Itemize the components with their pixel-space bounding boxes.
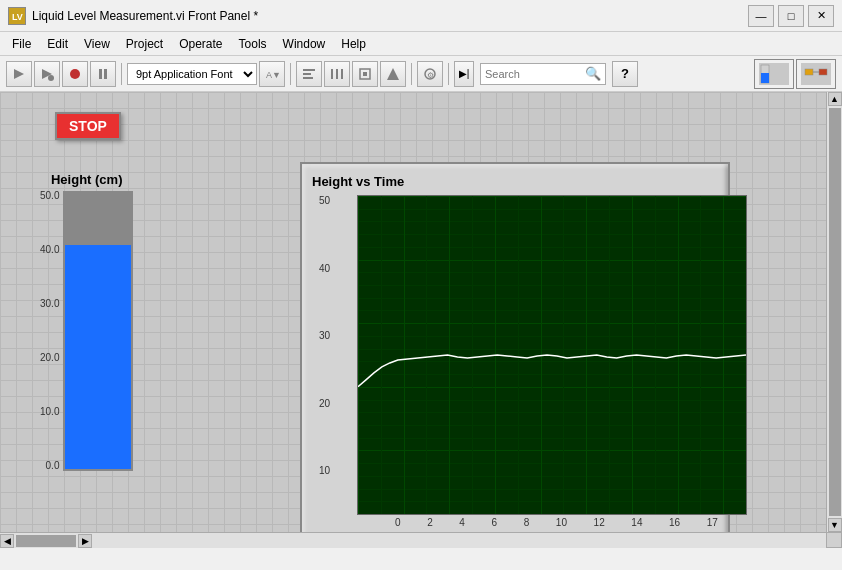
y-tick-20: 20 [319, 398, 330, 409]
minimize-button[interactable]: — [748, 5, 774, 27]
gauge-wrapper: 50.0 40.0 30.0 20.0 10.0 0.0 40.6875 [40, 191, 133, 471]
gauge-tick-40: 40.0 [40, 245, 59, 255]
menu-tools[interactable]: Tools [231, 35, 275, 53]
help-button[interactable]: ? [612, 61, 638, 87]
clean-diagram-button[interactable]: ⚙ [417, 61, 443, 87]
resize-button[interactable] [352, 61, 378, 87]
window-title: Liquid Level Measurement.vi Front Panel … [32, 9, 748, 23]
title-bar: LV Liquid Level Measurement.vi Front Pan… [0, 0, 842, 32]
menu-operate[interactable]: Operate [171, 35, 230, 53]
search-input[interactable] [485, 68, 585, 80]
menu-file[interactable]: File [4, 35, 39, 53]
diagram-thumbnail[interactable] [796, 59, 836, 89]
svg-rect-25 [819, 69, 827, 75]
scrollbar-bottom: ◀ ▶ [0, 532, 826, 548]
svg-marker-2 [14, 69, 24, 79]
svg-text:⚙: ⚙ [427, 71, 434, 80]
menu-window[interactable]: Window [275, 35, 334, 53]
align-button[interactable] [296, 61, 322, 87]
x-tick-14: 14 [631, 517, 642, 528]
gauge-tick-20: 20.0 [40, 353, 59, 363]
scroll-down-button[interactable]: ▼ [828, 518, 842, 532]
scroll-up-button[interactable]: ▲ [828, 92, 842, 106]
main-panel: STOP Height (cm) 50.0 40.0 30.0 20.0 10.… [0, 92, 842, 548]
menu-help[interactable]: Help [333, 35, 374, 53]
pause-button[interactable] [90, 61, 116, 87]
gauge-label: Height (cm) [51, 172, 123, 187]
svg-rect-24 [805, 69, 813, 75]
x-tick-17: 17 [707, 517, 718, 528]
gauge-tick-30: 30.0 [40, 299, 59, 309]
toolbar: 9pt Application Font A▼ ⚙ ▶| 🔍 ? [0, 56, 842, 92]
y-tick-10: 10 [319, 465, 330, 476]
font-size-down[interactable]: A▼ [259, 61, 285, 87]
x-tick-8: 8 [524, 517, 530, 528]
menu-bar: File Edit View Project Operate Tools Win… [0, 32, 842, 56]
svg-marker-17 [387, 68, 399, 80]
gauge-fill [65, 245, 131, 469]
y-tick-40: 40 [319, 263, 330, 274]
svg-rect-12 [331, 69, 333, 79]
distribute-button[interactable] [324, 61, 350, 87]
close-button[interactable]: ✕ [808, 5, 834, 27]
separator-2 [290, 63, 291, 85]
svg-rect-10 [303, 73, 311, 75]
x-tick-6: 6 [492, 517, 498, 528]
chart-y-axis: 50 40 30 20 10 0 [319, 195, 330, 544]
y-tick-30: 30 [319, 330, 330, 341]
chart-wrapper: Height (cm) 50 40 30 20 10 0 [357, 195, 718, 544]
gauge-tick-10: 10.0 [40, 407, 59, 417]
scroll-right-button[interactable]: ▶ [78, 534, 92, 548]
svg-text:LV: LV [12, 12, 23, 22]
search-box: 🔍 [480, 63, 606, 85]
x-tick-0: 0 [395, 517, 401, 528]
svg-rect-9 [303, 69, 315, 71]
y-tick-50: 50 [319, 195, 330, 206]
font-select[interactable]: 9pt Application Font [127, 63, 257, 85]
scroll-thumb-v[interactable] [829, 108, 841, 516]
svg-rect-7 [104, 69, 107, 79]
x-tick-4: 4 [459, 517, 465, 528]
svg-rect-11 [303, 77, 313, 79]
x-tick-10: 10 [556, 517, 567, 528]
app-icon: LV [8, 7, 26, 25]
x-tick-2: 2 [427, 517, 433, 528]
stop-button[interactable]: STOP [55, 112, 121, 140]
svg-point-4 [48, 75, 54, 81]
run-arrow-button[interactable] [6, 61, 32, 87]
window-controls: — □ ✕ [748, 5, 834, 27]
gauge-scale: 50.0 40.0 30.0 20.0 10.0 0.0 [40, 191, 63, 471]
svg-rect-13 [336, 69, 338, 79]
chart-x-axis: 0 2 4 6 8 10 12 14 16 17 [395, 515, 718, 530]
gauge-bar: 40.6875 [63, 191, 133, 471]
grid-h-5 [358, 514, 746, 515]
reorder-button[interactable] [380, 61, 406, 87]
chart-title: Height vs Time [312, 174, 718, 189]
x-tick-16: 16 [669, 517, 680, 528]
svg-text:A▼: A▼ [266, 70, 279, 80]
scrollbar-right: ▲ ▼ [826, 92, 842, 532]
svg-rect-14 [341, 69, 343, 79]
gauge-tick-50: 50.0 [40, 191, 59, 201]
chart-area [357, 195, 747, 515]
step-into-button[interactable]: ▶| [454, 61, 474, 87]
run-continuously-button[interactable] [34, 61, 60, 87]
gauge-container: Height (cm) 50.0 40.0 30.0 20.0 10.0 0.0… [40, 172, 133, 471]
separator-1 [121, 63, 122, 85]
chart-container: Height vs Time Height (cm) 50 40 30 20 1… [300, 162, 730, 548]
scroll-thumb-h[interactable] [16, 535, 76, 547]
scroll-left-button[interactable]: ◀ [0, 534, 14, 548]
gauge-tick-0: 0.0 [46, 461, 60, 471]
svg-rect-22 [761, 73, 769, 83]
abort-button[interactable] [62, 61, 88, 87]
menu-edit[interactable]: Edit [39, 35, 76, 53]
svg-rect-6 [99, 69, 102, 79]
scroll-corner [826, 532, 842, 548]
x-tick-12: 12 [594, 517, 605, 528]
menu-project[interactable]: Project [118, 35, 171, 53]
chart-line [358, 196, 746, 514]
panel-thumbnail[interactable] [754, 59, 794, 89]
menu-view[interactable]: View [76, 35, 118, 53]
svg-rect-16 [363, 72, 367, 76]
maximize-button[interactable]: □ [778, 5, 804, 27]
